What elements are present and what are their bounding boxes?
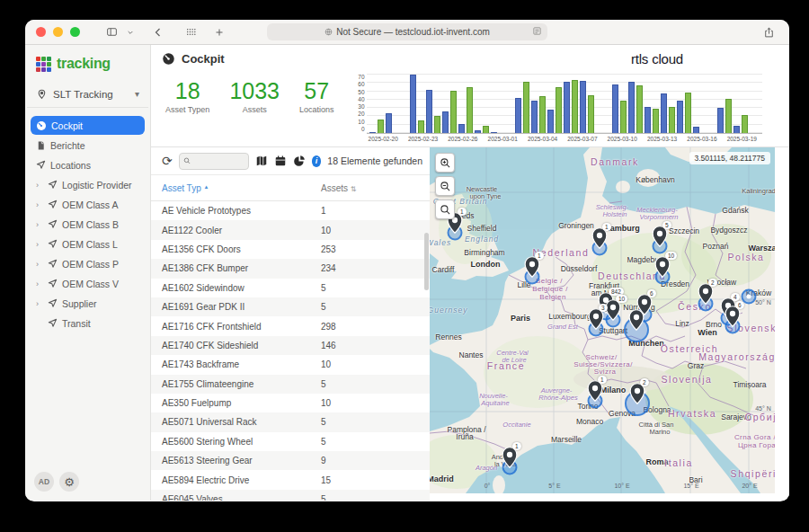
sidebar-item-oem-class-p[interactable]: ›OEM Class P	[31, 254, 145, 273]
column-header-asset-typ[interactable]: Asset Typ ▲	[162, 183, 321, 193]
tab-overview-icon[interactable]	[181, 23, 200, 41]
table-row[interactable]: AE6045 Valves5	[151, 490, 430, 501]
table-scrollbar[interactable]	[424, 233, 429, 290]
expand-chevron-icon[interactable]: ›	[36, 220, 43, 229]
chart-bar	[458, 124, 465, 133]
avatar[interactable]: AD	[34, 472, 54, 492]
reader-icon[interactable]	[532, 26, 542, 38]
table-row[interactable]: AE5613 Steering Gear9	[151, 451, 430, 470]
map-search-button[interactable]	[435, 200, 455, 219]
map-marker[interactable]: 2	[626, 382, 649, 409]
maximize-window-button[interactable]	[70, 27, 80, 37]
map-marker[interactable]	[737, 275, 760, 302]
expand-chevron-icon[interactable]: ›	[36, 279, 43, 288]
table-row[interactable]: AE1691 Gear PDK II5	[151, 297, 430, 316]
calendar-button[interactable]	[274, 155, 287, 167]
pie-chart-button[interactable]	[293, 155, 306, 167]
gear-icon[interactable]: ⚙	[59, 472, 79, 492]
app-logo: tracking	[25, 45, 150, 81]
table-row[interactable]: AE1755 Climateengine5	[151, 375, 430, 394]
refresh-icon[interactable]: ⟳	[162, 155, 173, 167]
map-marker[interactable]: 1	[588, 226, 611, 253]
sidebar-item-oem-class-v[interactable]: ›OEM Class V	[31, 274, 145, 293]
chart-bar	[661, 93, 667, 133]
location-arrow-icon	[36, 160, 46, 170]
cell-assets: 15	[321, 475, 331, 485]
x-tick-label: 2025-03-04	[528, 136, 557, 142]
cell-asset-typ: AE350 Fuelpump	[162, 398, 321, 408]
cell-assets: 5	[321, 417, 326, 427]
chart-y-axis: 706050403020100	[351, 74, 367, 142]
table-row[interactable]: AE1386 CFK Bumper234	[151, 259, 430, 278]
sidebar-item-label: Berichte	[50, 140, 85, 151]
minimize-window-button[interactable]	[53, 27, 63, 37]
search-input[interactable]	[193, 156, 244, 166]
marker-count-badge: 10	[665, 252, 677, 260]
table-row[interactable]: AE1356 CFK Doors253	[151, 240, 430, 259]
expand-chevron-icon[interactable]: ›	[36, 260, 43, 269]
map-marker[interactable]: 5	[648, 225, 671, 252]
location-arrow-icon	[48, 279, 58, 288]
workspace-selector[interactable]: SLT Tracking ▾	[27, 81, 148, 108]
map-view-button[interactable]	[255, 155, 268, 167]
expand-chevron-icon[interactable]: ›	[36, 240, 43, 249]
table-row[interactable]: AE1122 Cooler10	[151, 220, 430, 239]
cell-asset-typ: AE1356 CFK Doors	[162, 244, 321, 254]
map-zoom-in-button[interactable]	[435, 153, 455, 173]
new-tab-icon[interactable]	[209, 23, 229, 41]
close-window-button[interactable]	[36, 27, 46, 37]
europe-map[interactable]: DanmarkKøbenhavnNewcastleupon TyneGreat …	[430, 147, 775, 493]
expand-chevron-icon[interactable]: ›	[36, 299, 43, 308]
map-marker[interactable]	[625, 308, 648, 335]
map-marker[interactable]: 3	[584, 307, 608, 334]
share-icon[interactable]	[759, 23, 778, 41]
sidebar-item-oem-class-l[interactable]: ›OEM Class L	[31, 235, 145, 253]
cell-asset-typ: AE1755 Climateengine	[162, 379, 321, 389]
sidebar-item-transit[interactable]: Transit	[31, 314, 145, 332]
map-marker[interactable]: 6	[721, 305, 744, 332]
chart-bar	[483, 126, 489, 133]
expand-chevron-icon[interactable]: ›	[36, 181, 43, 190]
sidebar-item-cockpit[interactable]: Cockpit	[31, 116, 145, 135]
table-row[interactable]: AE1743 Backframe10	[151, 355, 430, 374]
sidebar-item-locations[interactable]: Locations	[31, 155, 145, 174]
chart-bar	[717, 108, 724, 133]
map-marker[interactable]: 1	[583, 379, 607, 406]
sidebar-item-berichte[interactable]: Berichte	[31, 136, 145, 155]
search-box[interactable]	[179, 153, 249, 170]
address-bar[interactable]: Not Secure — testcloud.iot-invent.com	[267, 23, 547, 40]
map-pin-icon	[36, 88, 48, 100]
cell-asset-typ: AE6045 Valves	[162, 494, 321, 501]
chevron-down-icon[interactable]	[125, 23, 136, 41]
table-row[interactable]: AE5071 Universal Rack5	[151, 412, 430, 431]
map-marker[interactable]: 1	[520, 255, 544, 282]
table-row[interactable]: AE1716 CFK Frontshield298	[151, 316, 430, 335]
chart-bar	[556, 87, 562, 133]
sidebar-toggle-icon[interactable]	[102, 23, 121, 41]
map-marker[interactable]: 10	[651, 255, 674, 282]
table-row[interactable]: AE Vehicle Prototypes1	[151, 201, 430, 220]
table-row[interactable]: AE350 Fuelpump10	[151, 394, 430, 412]
cell-assets: 5	[321, 437, 326, 447]
sidebar-item-supplier[interactable]: ›Supplier	[31, 294, 145, 313]
sidebar-item-oem-class-b[interactable]: ›OEM Class B	[31, 215, 145, 234]
sidebar-item-oem-class-a[interactable]: ›OEM Class A	[31, 195, 145, 214]
stat-locations: 57 Locations	[299, 77, 334, 146]
table-row[interactable]: AE1602 Sidewindow5	[151, 279, 430, 297]
sidebar-item-logistic-provider[interactable]: ›Logistic Provider	[31, 175, 145, 194]
table-row[interactable]: AE1740 CFK Sideshield146	[151, 336, 430, 355]
chart-bar	[580, 81, 586, 133]
table-row[interactable]: AE5894 Electric Drive15	[151, 470, 430, 489]
column-header-assets[interactable]: Assets ⇅	[321, 183, 357, 193]
map-zoom-out-button[interactable]	[435, 176, 455, 196]
chart-bar	[645, 107, 651, 133]
location-arrow-icon	[48, 200, 58, 209]
expand-chevron-icon[interactable]: ›	[36, 200, 43, 209]
back-icon[interactable]	[148, 23, 168, 41]
map-marker[interactable]: 2	[694, 282, 717, 309]
map-marker[interactable]: 1	[498, 446, 521, 473]
x-tick-label: 2025-03-19	[727, 136, 757, 142]
chart-bar	[491, 132, 497, 133]
x-tick-label: 2025-02-20	[369, 136, 398, 142]
table-row[interactable]: AE5600 Stering Wheel5	[151, 432, 430, 451]
